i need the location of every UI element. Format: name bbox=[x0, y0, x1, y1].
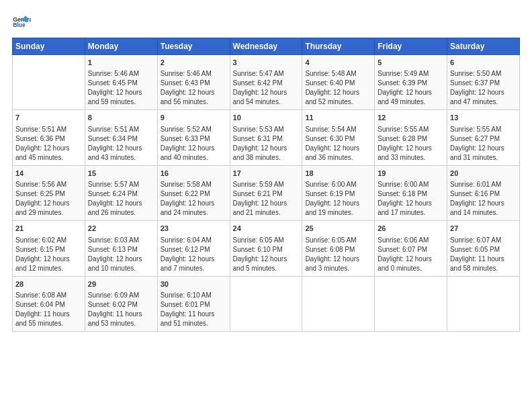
day-cell: 27Sunrise: 6:07 AMSunset: 6:05 PMDayligh… bbox=[447, 221, 520, 276]
day-info: Sunrise: 5:46 AM bbox=[88, 69, 154, 79]
day-info: Sunrise: 6:04 AM bbox=[161, 236, 227, 245]
day-info: and 53 minutes. bbox=[88, 319, 154, 328]
day-info: Daylight: 11 hours bbox=[88, 310, 154, 319]
day-cell bbox=[447, 276, 520, 331]
day-info: Sunset: 6:36 PM bbox=[15, 134, 82, 144]
day-cell bbox=[13, 55, 85, 110]
day-info: Sunrise: 5:59 AM bbox=[233, 180, 300, 189]
week-row-2: 7Sunrise: 5:51 AMSunset: 6:36 PMDaylight… bbox=[13, 110, 520, 165]
day-number: 4 bbox=[305, 58, 371, 68]
day-cell: 28Sunrise: 6:08 AMSunset: 6:04 PMDayligh… bbox=[13, 276, 85, 331]
day-number: 10 bbox=[233, 113, 300, 123]
day-number: 25 bbox=[305, 224, 371, 234]
header-row: SundayMondayTuesdayWednesdayThursdayFrid… bbox=[13, 38, 520, 55]
header-cell-wednesday: Wednesday bbox=[230, 38, 302, 55]
day-number: 29 bbox=[88, 279, 154, 289]
day-info: Daylight: 12 hours bbox=[378, 88, 444, 97]
day-cell: 15Sunrise: 5:57 AMSunset: 6:24 PMDayligh… bbox=[85, 165, 157, 220]
day-info: Daylight: 12 hours bbox=[15, 144, 82, 153]
day-cell: 7Sunrise: 5:51 AMSunset: 6:36 PMDaylight… bbox=[13, 110, 85, 165]
day-number: 19 bbox=[378, 169, 444, 179]
day-info: Sunset: 6:05 PM bbox=[450, 245, 517, 255]
day-number: 7 bbox=[15, 113, 82, 123]
day-info: and 49 minutes. bbox=[378, 97, 444, 107]
day-cell: 11Sunrise: 5:54 AMSunset: 6:30 PMDayligh… bbox=[302, 110, 375, 165]
day-cell: 30Sunrise: 6:10 AMSunset: 6:01 PMDayligh… bbox=[157, 276, 230, 331]
day-info: Sunset: 6:43 PM bbox=[161, 79, 227, 88]
day-info: Daylight: 12 hours bbox=[378, 144, 444, 153]
day-number: 18 bbox=[305, 169, 371, 179]
svg-text:Blue: Blue bbox=[13, 21, 25, 28]
day-info: Sunrise: 6:00 AM bbox=[305, 180, 371, 189]
day-info: Sunset: 6:37 PM bbox=[450, 79, 517, 88]
day-cell: 22Sunrise: 6:03 AMSunset: 6:13 PMDayligh… bbox=[85, 221, 157, 276]
day-info: Daylight: 12 hours bbox=[88, 199, 154, 208]
day-info: Daylight: 12 hours bbox=[15, 255, 82, 264]
day-number: 1 bbox=[88, 58, 154, 68]
day-info: Sunrise: 5:58 AM bbox=[161, 180, 227, 189]
day-number: 30 bbox=[161, 279, 227, 289]
day-cell: 17Sunrise: 5:59 AMSunset: 6:21 PMDayligh… bbox=[230, 165, 302, 220]
day-info: Sunset: 6:16 PM bbox=[450, 189, 517, 199]
day-info: Sunrise: 5:51 AM bbox=[88, 125, 154, 134]
day-number: 9 bbox=[161, 113, 227, 123]
day-info: Sunrise: 5:56 AM bbox=[15, 180, 82, 189]
day-info: Sunset: 6:01 PM bbox=[161, 300, 227, 310]
week-row-3: 14Sunrise: 5:56 AMSunset: 6:25 PMDayligh… bbox=[13, 165, 520, 220]
day-info: Daylight: 12 hours bbox=[378, 199, 444, 208]
day-cell: 12Sunrise: 5:55 AMSunset: 6:28 PMDayligh… bbox=[375, 110, 447, 165]
day-cell: 6Sunrise: 5:50 AMSunset: 6:37 PMDaylight… bbox=[447, 55, 520, 110]
day-info: Sunrise: 6:10 AM bbox=[161, 291, 227, 300]
day-info: Daylight: 12 hours bbox=[305, 88, 371, 97]
day-cell: 21Sunrise: 6:02 AMSunset: 6:15 PMDayligh… bbox=[13, 221, 85, 276]
day-info: Sunrise: 5:50 AM bbox=[450, 69, 517, 79]
day-info: and 45 minutes. bbox=[15, 153, 82, 163]
day-info: Sunset: 6:34 PM bbox=[88, 134, 154, 144]
day-info: Daylight: 12 hours bbox=[305, 199, 371, 208]
day-info: Daylight: 12 hours bbox=[305, 144, 371, 153]
day-info: Sunrise: 6:08 AM bbox=[15, 291, 82, 300]
day-number: 24 bbox=[233, 224, 300, 234]
day-info: Daylight: 11 hours bbox=[450, 255, 517, 264]
day-info: and 12 minutes. bbox=[15, 264, 82, 273]
day-info: Sunset: 6:10 PM bbox=[233, 245, 300, 255]
day-cell bbox=[302, 276, 375, 331]
day-info: and 59 minutes. bbox=[88, 97, 154, 107]
day-cell: 3Sunrise: 5:47 AMSunset: 6:42 PMDaylight… bbox=[230, 55, 302, 110]
day-info: and 43 minutes. bbox=[88, 153, 154, 163]
day-info: Daylight: 12 hours bbox=[161, 144, 227, 153]
day-cell: 23Sunrise: 6:04 AMSunset: 6:12 PMDayligh… bbox=[157, 221, 230, 276]
day-info: Daylight: 11 hours bbox=[15, 310, 82, 319]
day-info: Daylight: 12 hours bbox=[233, 88, 300, 97]
day-info: Sunrise: 5:55 AM bbox=[450, 125, 517, 134]
day-number: 17 bbox=[233, 169, 300, 179]
day-info: and 26 minutes. bbox=[88, 208, 154, 218]
day-info: Sunrise: 6:05 AM bbox=[233, 236, 300, 245]
day-cell: 24Sunrise: 6:05 AMSunset: 6:10 PMDayligh… bbox=[230, 221, 302, 276]
day-info: Sunrise: 6:02 AM bbox=[15, 236, 82, 245]
day-number: 2 bbox=[161, 58, 227, 68]
day-info: and 58 minutes. bbox=[450, 264, 517, 273]
day-number: 8 bbox=[88, 113, 154, 123]
day-info: Sunset: 6:31 PM bbox=[233, 134, 300, 144]
day-info: Sunrise: 5:49 AM bbox=[378, 69, 444, 79]
day-info: Sunset: 6:08 PM bbox=[305, 245, 371, 255]
day-info: and 24 minutes. bbox=[161, 208, 227, 218]
day-info: Sunset: 6:18 PM bbox=[378, 189, 444, 199]
day-info: Sunrise: 5:53 AM bbox=[233, 125, 300, 134]
day-cell: 8Sunrise: 5:51 AMSunset: 6:34 PMDaylight… bbox=[85, 110, 157, 165]
day-number: 26 bbox=[378, 224, 444, 234]
day-info: Sunrise: 5:51 AM bbox=[15, 125, 82, 134]
day-cell bbox=[230, 276, 302, 331]
day-info: and 40 minutes. bbox=[161, 153, 227, 163]
day-info: Daylight: 12 hours bbox=[161, 199, 227, 208]
day-cell: 10Sunrise: 5:53 AMSunset: 6:31 PMDayligh… bbox=[230, 110, 302, 165]
day-cell: 4Sunrise: 5:48 AMSunset: 6:40 PMDaylight… bbox=[302, 55, 375, 110]
header-cell-thursday: Thursday bbox=[302, 38, 375, 55]
day-cell: 14Sunrise: 5:56 AMSunset: 6:25 PMDayligh… bbox=[13, 165, 85, 220]
day-info: and 5 minutes. bbox=[233, 264, 300, 273]
day-info: and 52 minutes. bbox=[305, 97, 371, 107]
day-info: Daylight: 12 hours bbox=[378, 255, 444, 264]
day-info: Sunset: 6:39 PM bbox=[378, 79, 444, 88]
day-cell: 1Sunrise: 5:46 AMSunset: 6:45 PMDaylight… bbox=[85, 55, 157, 110]
